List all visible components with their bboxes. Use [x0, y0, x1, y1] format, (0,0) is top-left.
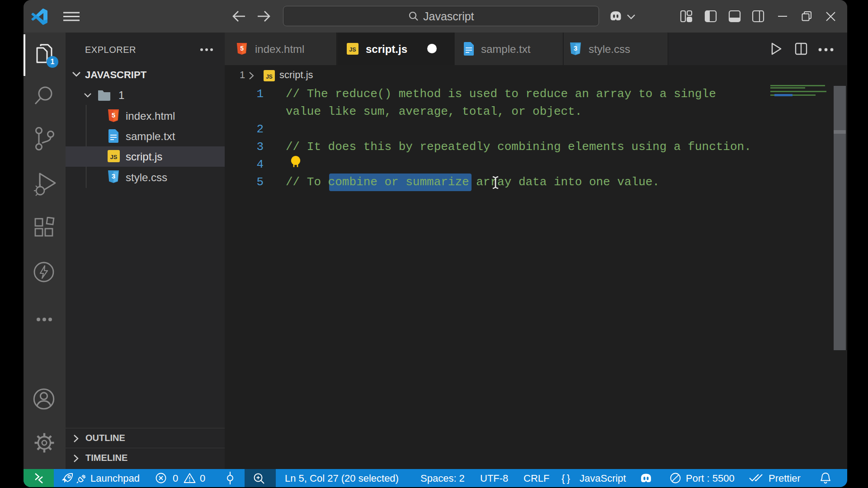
svg-text:JS: JS [266, 74, 273, 80]
svg-text:3: 3 [574, 44, 577, 52]
svg-text:3: 3 [112, 172, 115, 180]
svg-text:JS: JS [349, 47, 356, 53]
svg-text:5: 5 [240, 45, 244, 52]
svg-text:5: 5 [112, 111, 115, 119]
svg-text:JS: JS [110, 154, 118, 160]
